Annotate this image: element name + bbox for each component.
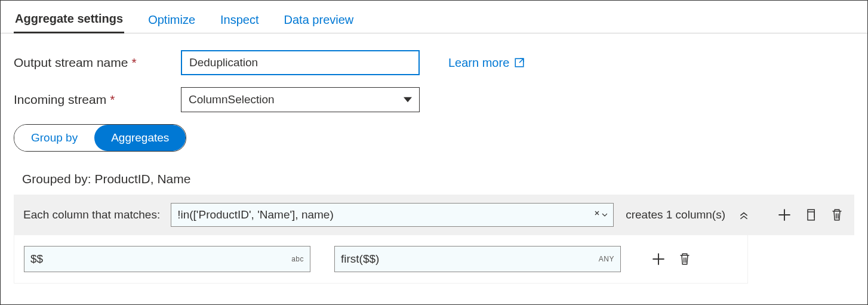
type-badge-any: ANY: [599, 255, 614, 263]
add-pattern-button[interactable]: [777, 207, 792, 223]
incoming-stream-label: Incoming stream*: [14, 93, 181, 107]
collapse-icon[interactable]: [736, 207, 752, 223]
column-mapping-row: $$ abc first($$) ANY: [14, 235, 748, 284]
delete-column-button[interactable]: [677, 251, 692, 267]
tab-aggregate-settings[interactable]: Aggregate settings: [14, 12, 124, 33]
tab-optimize[interactable]: Optimize: [147, 13, 196, 33]
learn-more-link[interactable]: Learn more: [448, 56, 525, 70]
tab-data-preview[interactable]: Data preview: [283, 13, 355, 33]
incoming-stream-value: ColumnSelection: [189, 93, 275, 106]
incoming-stream-select[interactable]: ColumnSelection: [181, 87, 420, 112]
creates-columns-text: creates 1 column(s): [626, 208, 725, 221]
column-value-expression-value: first($$): [341, 252, 379, 266]
type-badge-abc: abc: [291, 255, 304, 263]
column-name-expression[interactable]: $$ abc: [24, 246, 310, 272]
grouped-by-text: Grouped by: ProductID, Name: [22, 172, 854, 186]
toggle-aggregates[interactable]: Aggregates: [94, 125, 186, 151]
tab-bar: Aggregate settings Optimize Inspect Data…: [1, 1, 867, 33]
groupby-aggregates-toggle: Group by Aggregates: [14, 124, 186, 152]
copy-pattern-button[interactable]: [803, 207, 818, 223]
delete-pattern-button[interactable]: [829, 207, 845, 223]
external-link-icon: [514, 57, 525, 68]
toggle-group-by[interactable]: Group by: [14, 125, 94, 151]
match-expression-value: !in(['ProductID', 'Name'], name): [177, 208, 334, 221]
output-stream-input[interactable]: [181, 50, 420, 75]
column-name-expression-value: $$: [30, 252, 43, 266]
svg-rect-1: [808, 212, 814, 220]
chevron-down-icon: [404, 95, 412, 104]
match-expression-input[interactable]: !in(['ProductID', 'Name'], name): [171, 203, 614, 227]
column-pattern-bar: Each column that matches: !in(['ProductI…: [14, 195, 854, 235]
learn-more-text: Learn more: [448, 56, 509, 70]
output-stream-label: Output stream name*: [14, 56, 181, 70]
tab-inspect[interactable]: Inspect: [219, 13, 260, 33]
add-column-button[interactable]: [651, 251, 666, 267]
each-column-label: Each column that matches:: [23, 208, 160, 221]
column-value-expression[interactable]: first($$) ANY: [334, 246, 621, 272]
clear-dropdown-icon[interactable]: [594, 210, 607, 220]
